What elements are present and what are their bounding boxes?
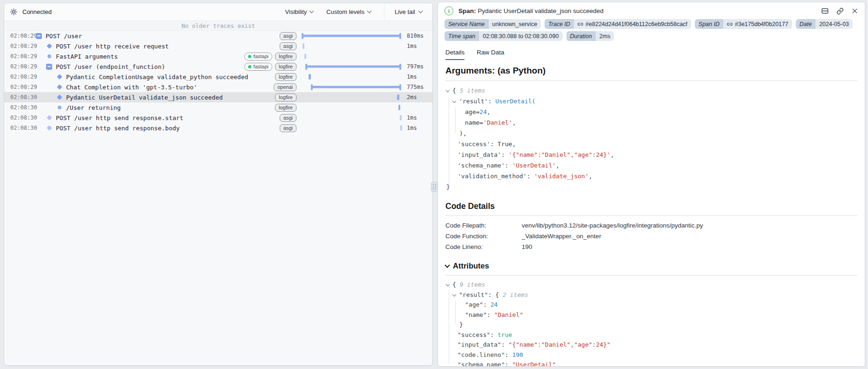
row-timestamp: 02:08:29	[4, 53, 31, 60]
settings-gear-icon[interactable]	[10, 8, 18, 16]
code-token-key: "name"	[465, 311, 487, 318]
panel-resize-handle[interactable]	[431, 182, 438, 192]
copy-link-icon[interactable]	[836, 7, 844, 15]
trace-row[interactable]: 02:08:30POST /user http send response.st…	[4, 113, 432, 123]
code-token-plain: ),	[459, 130, 467, 137]
duration-track	[300, 41, 404, 51]
duration-label: 775ms	[404, 84, 432, 90]
code-detail-label: Code Filepath:	[445, 220, 522, 231]
collapse-toggle-icon[interactable]	[46, 64, 52, 70]
code-token-plain: ,	[556, 162, 559, 169]
code-token-plain: :	[505, 351, 512, 358]
trace-row[interactable]: 02:08:29Chat Completion with 'gpt-3.5-tu…	[4, 82, 432, 92]
code-token-plain: ,	[512, 119, 516, 126]
span-name: Pydantic CompletionUsage validate_python…	[66, 74, 248, 81]
indent-guide	[449, 290, 449, 364]
code-token-num: 190	[512, 351, 523, 358]
code-line: "input_data": "{"name":"Daniel","age":24…	[445, 340, 857, 350]
dock-panel-icon[interactable]	[821, 7, 829, 15]
badge-trace-id: Trace ID#e8224d24d41f064b112c6eb9cb58cac…	[545, 19, 691, 29]
attributes-heading[interactable]: Attributes	[445, 253, 857, 275]
code-token-meta: 2 items	[503, 291, 528, 298]
custom-levels-menu[interactable]: Custom levels	[326, 8, 371, 15]
duration-label: 1ms	[404, 125, 432, 131]
trace-row[interactable]: 02:08:30Pydantic UserDetail validate_jso…	[4, 92, 432, 102]
trace-row[interactable]: 02:08:29POST /user http receive requesta…	[4, 41, 432, 51]
diamond-span-icon	[46, 43, 52, 49]
duration-track	[300, 82, 404, 92]
diamond-span-icon	[56, 84, 62, 90]
duration-bar	[306, 66, 401, 68]
visibility-menu[interactable]: Visibility	[285, 8, 314, 15]
tag-logfire: logfire	[275, 73, 296, 81]
badge-label: Duration	[566, 31, 596, 41]
tag-fastapi: fastapi	[244, 53, 272, 60]
code-token-str: 'UserDetail'	[512, 162, 556, 169]
badge-value[interactable]: #3e175db4f0b20177	[723, 19, 792, 29]
indent-guide	[449, 97, 449, 188]
code-token-plain: :	[488, 98, 496, 105]
collapse-toggle-icon[interactable]	[36, 33, 42, 39]
collapse-chevron-icon[interactable]	[453, 96, 459, 107]
code-token-plain: name=	[465, 119, 483, 126]
row-timestamp: 02:08:30	[4, 125, 31, 131]
duration-track	[300, 123, 404, 133]
code-line: ),	[445, 128, 857, 139]
span-name-text: Pydantic UserDetail validate_json succee…	[478, 7, 604, 14]
code-detail-row: Code Function:_ValidateWrapper._on_enter	[445, 231, 857, 242]
trace-row[interactable]: 02:08:29POST /user (endpoint_function)fa…	[4, 61, 432, 72]
badge-value-text: #e8224d24d41f064b112c6eb9cb58cacf	[585, 21, 687, 27]
visibility-menu-label: Visibility	[285, 8, 307, 15]
row-tags: logfire	[275, 73, 300, 81]
badge-date: Date2024-05-03	[796, 19, 853, 29]
span-name: /User returning	[66, 104, 121, 111]
code-line: 'success': True,	[445, 139, 857, 149]
code-token-plain: :	[527, 173, 534, 180]
trace-list-panel: Connected Visibility Custom levels Live …	[4, 3, 433, 366]
code-token-plain: :	[505, 361, 512, 367]
span-name: POST /user http receive request	[56, 43, 169, 50]
arguments-heading: Arguments: (as Python)	[445, 60, 857, 81]
badge-label: Span ID	[695, 19, 723, 29]
tab-details[interactable]: Details	[445, 49, 464, 60]
code-line: "name": "Daniel"	[445, 310, 857, 320]
code-token-key: "schema_name"	[458, 361, 505, 367]
badge-service-name: Service Nameunknown_service	[444, 19, 541, 29]
detail-tabs: DetailsRaw Data	[438, 42, 865, 60]
code-line: 'result': UserDetail(	[445, 96, 857, 107]
code-detail-row: Code Filepath:venv/lib/python3.12/site-p…	[445, 220, 857, 231]
collapse-chevron-icon[interactable]	[446, 280, 452, 290]
trace-row[interactable]: 02:08:30POST /user http send response.bo…	[4, 123, 432, 133]
code-line: 'schema_name': 'UserDetail',	[445, 160, 857, 171]
live-tail-menu[interactable]: Live tail	[384, 3, 432, 20]
trace-row[interactable]: 02:08:29FastAPI argumentsfastapilogfire	[4, 51, 432, 61]
row-timestamp: 02:08:30	[4, 94, 31, 101]
trace-row[interactable]: 02:08:29POST /userasgi810ms	[4, 31, 432, 41]
duration-label: 797ms	[404, 63, 432, 70]
span-title: Span:Pydantic UserDetail validate_json s…	[458, 7, 604, 14]
span-detail-header: Span:Pydantic UserDetail validate_json s…	[438, 2, 865, 18]
collapse-chevron-icon[interactable]	[453, 290, 459, 300]
span-name: Pydantic UserDetail validate_json succee…	[66, 94, 223, 101]
badge-value[interactable]: #e8224d24d41f064b112c6eb9cb58cacf	[574, 19, 691, 29]
tab-raw-data[interactable]: Raw Data	[477, 49, 504, 60]
code-token-key: 'result'	[459, 98, 488, 105]
tag-openai: openai	[274, 83, 296, 91]
code-token-plain: }	[459, 321, 463, 328]
trace-row[interactable]: 02:08:30/User returninglogfire	[4, 102, 432, 113]
span-detail-panel: Span:Pydantic UserDetail validate_json s…	[437, 2, 865, 367]
code-token-str: '{"name":"Daniel","age":24}'	[509, 151, 611, 158]
code-token-plain: : {	[488, 291, 503, 298]
code-line: 'validation_method': 'validate_json',	[445, 171, 857, 181]
row-tags: asgi	[280, 32, 300, 40]
code-token-key: "success"	[458, 331, 490, 338]
collapse-chevron-icon[interactable]	[446, 85, 452, 96]
close-icon[interactable]	[851, 7, 858, 14]
tag-logfire: logfire	[275, 63, 296, 71]
duration-bar	[400, 115, 402, 121]
badge-value: 2024-05-03	[815, 19, 853, 29]
indent-guide	[455, 107, 456, 133]
code-line: }	[445, 181, 857, 192]
duration-bar	[311, 86, 401, 88]
trace-row[interactable]: 02:08:29Pydantic CompletionUsage validat…	[4, 72, 432, 82]
